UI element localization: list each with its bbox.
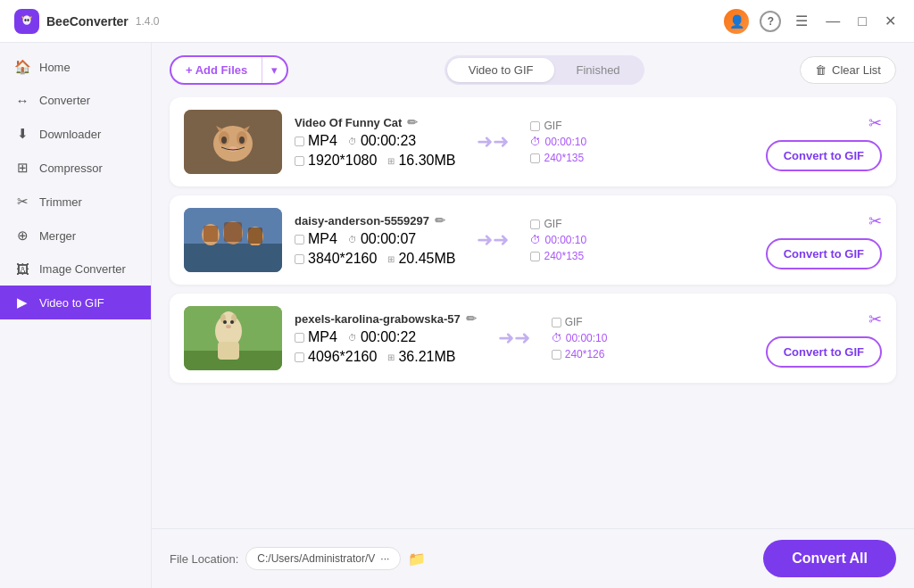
format-meta-3: MP4 — [295, 329, 337, 345]
toolbar-left: + Add Files ▾ — [170, 55, 288, 85]
svg-point-2 — [27, 19, 29, 21]
file-list: Video Of Funny Cat ✏ MP4 ⏱ 00:00:23 — [152, 97, 914, 528]
title-bar: BeeConverter 1.4.0 👤 ? ☰ — □ ✕ — [0, 0, 914, 43]
file-card-3: pexels-karolina-grabowska-57 ✏ MP4 ⏱ 00:… — [170, 294, 896, 383]
menu-button[interactable]: ☰ — [792, 9, 811, 33]
file-actions-3: ✂ Convert to GIF — [766, 310, 882, 368]
scissors-button-3[interactable]: ✂ — [868, 310, 882, 329]
sidebar-item-image-converter[interactable]: 🖼 Image Converter — [0, 253, 151, 286]
svg-rect-17 — [248, 228, 262, 244]
tab-group: Video to GIF Finished — [445, 55, 644, 85]
file-meta-row-2a: MP4 ⏱ 00:00:07 — [295, 231, 455, 247]
scissors-button-1[interactable]: ✂ — [868, 113, 882, 133]
video-gif-icon: ▶ — [14, 294, 30, 311]
format-meta-2: MP4 — [295, 231, 337, 247]
add-files-dropdown-button[interactable]: ▾ — [262, 57, 287, 83]
add-files-main-button[interactable]: + Add Files — [171, 57, 262, 83]
sidebar-item-converter[interactable]: ↔ Converter — [0, 84, 151, 117]
file-card-2: daisy-anderson-5559297 ✏ MP4 ⏱ 00:00:07 — [170, 195, 896, 285]
file-info-1: Video Of Funny Cat ✏ MP4 ⏱ 00:00:23 — [295, 115, 455, 169]
file-meta-row-2b: 3840*2160 ⊞ 20.45MB — [295, 251, 455, 267]
tab-finished[interactable]: Finished — [554, 58, 641, 82]
app-logo — [14, 9, 39, 34]
thumbnail-2 — [184, 208, 282, 272]
sidebar-item-trimmer[interactable]: ✂ Trimmer — [0, 185, 151, 219]
svg-point-7 — [221, 137, 227, 144]
output-size-1: 240*135 — [530, 152, 637, 164]
image-converter-icon: 🖼 — [14, 261, 30, 277]
edit-icon-3[interactable]: ✏ — [466, 311, 477, 326]
sidebar-item-merger[interactable]: ⊕ Merger — [0, 219, 151, 253]
file-location-label: File Location: — [170, 552, 238, 566]
sidebar: 🏠 Home ↔ Converter ⬇ Downloader ⊞ Compre… — [0, 43, 152, 588]
svg-rect-15 — [224, 222, 242, 242]
convert-button-3[interactable]: Convert to GIF — [766, 336, 882, 368]
format-meta-1: MP4 — [295, 133, 337, 149]
sidebar-item-compressor[interactable]: ⊞ Compressor — [0, 151, 151, 185]
sidebar-label-merger: Merger — [39, 229, 76, 243]
file-meta-row-3b: 4096*2160 ⊞ 36.21MB — [295, 349, 477, 365]
compressor-icon: ⊞ — [14, 160, 30, 176]
edit-icon-2[interactable]: ✏ — [435, 213, 445, 228]
file-meta-row-1b: 1920*1080 ⊞ 16.30MB — [295, 153, 455, 169]
duration-meta-1: ⏱ 00:00:23 — [348, 133, 416, 149]
file-info-2: daisy-anderson-5559297 ✏ MP4 ⏱ 00:00:07 — [295, 213, 455, 267]
sidebar-item-home[interactable]: 🏠 Home — [0, 50, 151, 84]
app-name: BeeConverter — [46, 14, 129, 29]
resolution-meta-3: 4096*2160 — [295, 349, 377, 365]
tab-video-to-gif[interactable]: Video to GIF — [447, 58, 555, 82]
file-info-3: pexels-karolina-grabowska-57 ✏ MP4 ⏱ 00:… — [295, 311, 477, 365]
duration-meta-3: ⏱ 00:00:22 — [348, 329, 416, 345]
output-time-3: ⏱ 00:00:10 — [552, 332, 659, 344]
help-icon[interactable]: ? — [760, 11, 781, 32]
close-button[interactable]: ✕ — [881, 9, 900, 33]
title-bar-right: 👤 ? ☰ — □ ✕ — [724, 9, 900, 34]
file-card-1: Video Of Funny Cat ✏ MP4 ⏱ 00:00:23 — [170, 97, 896, 186]
sidebar-label-trimmer: Trimmer — [39, 195, 82, 209]
duration-meta-2: ⏱ 00:00:07 — [348, 231, 416, 247]
output-time-2: ⏱ 00:00:10 — [530, 234, 637, 246]
output-format-3: GIF — [552, 316, 659, 328]
convert-button-2[interactable]: Convert to GIF — [766, 238, 882, 269]
folder-icon[interactable]: 📁 — [408, 551, 426, 567]
sidebar-label-downloader: Downloader — [39, 128, 101, 141]
location-path-text: C:/Users/Administrator/V — [257, 552, 375, 565]
main-content: + Add Files ▾ Video to GIF Finished 🗑 Cl… — [152, 43, 914, 588]
sidebar-label-compressor: Compressor — [39, 161, 103, 175]
convert-button-1[interactable]: Convert to GIF — [766, 140, 882, 171]
file-meta-row-1a: MP4 ⏱ 00:00:23 — [295, 133, 455, 149]
res-checkbox-1 — [295, 156, 304, 166]
downloader-icon: ⬇ — [14, 126, 30, 142]
trash-icon: 🗑 — [815, 63, 827, 77]
sidebar-item-downloader[interactable]: ⬇ Downloader — [0, 117, 151, 151]
output-size-2: 240*135 — [530, 250, 637, 262]
arrow-2: ➜➜ — [468, 228, 518, 252]
minimize-button[interactable]: — — [822, 10, 843, 33]
more-icon[interactable]: ··· — [380, 552, 389, 565]
clear-list-button[interactable]: 🗑 Clear List — [800, 56, 896, 84]
add-files-button[interactable]: + Add Files ▾ — [170, 55, 288, 85]
output-info-3: GIF ⏱ 00:00:10 240*126 — [552, 316, 659, 360]
sidebar-label-converter: Converter — [39, 94, 90, 107]
arrow-1: ➜➜ — [468, 130, 518, 153]
app-version: 1.4.0 — [136, 15, 160, 28]
file-name-3: pexels-karolina-grabowska-57 ✏ — [295, 311, 477, 326]
convert-all-button[interactable]: Convert All — [763, 540, 896, 577]
converter-icon: ↔ — [14, 93, 30, 108]
size-meta-1: ⊞ 16.30MB — [387, 153, 455, 169]
avatar-icon[interactable]: 👤 — [724, 9, 749, 34]
size-meta-2: ⊞ 20.45MB — [387, 251, 455, 267]
output-format-1: GIF — [530, 120, 637, 132]
clear-list-label: Clear List — [832, 63, 881, 77]
scissors-button-2[interactable]: ✂ — [868, 211, 882, 231]
home-icon: 🏠 — [14, 59, 30, 75]
thumbnail-1 — [184, 110, 282, 174]
edit-icon-1[interactable]: ✏ — [407, 115, 418, 129]
svg-rect-18 — [202, 245, 264, 272]
app-body: 🏠 Home ↔ Converter ⬇ Downloader ⊞ Compre… — [0, 43, 914, 588]
file-actions-2: ✂ Convert to GIF — [766, 211, 882, 269]
maximize-button[interactable]: □ — [854, 10, 870, 33]
location-path[interactable]: C:/Users/Administrator/V ··· — [245, 547, 401, 570]
sidebar-item-video-to-gif[interactable]: ▶ Video to GIF — [0, 286, 151, 319]
merger-icon: ⊕ — [14, 228, 30, 244]
